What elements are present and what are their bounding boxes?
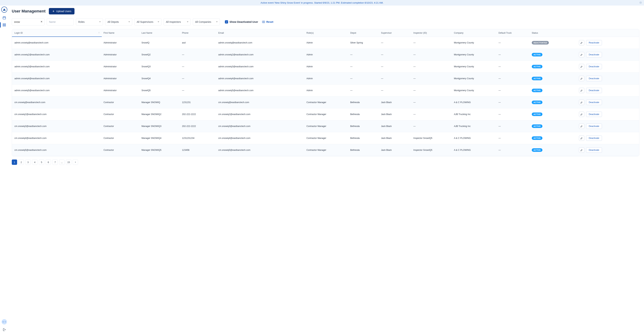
- table-row: cm.snowiq4@eastbanctech.comContractorMan…: [12, 132, 639, 144]
- status-badge: ACTIVE: [532, 136, 542, 140]
- edit-button[interactable]: [579, 124, 584, 129]
- edit-button[interactable]: [579, 88, 584, 93]
- edit-button[interactable]: [579, 40, 584, 45]
- edit-button[interactable]: [579, 100, 584, 105]
- actions-cell: Deactivate: [577, 120, 639, 132]
- deactivate-button[interactable]: Deactivate: [586, 52, 602, 57]
- table-cell: admin.snowiq5@eastbanctech.com: [12, 84, 102, 96]
- deactivate-button[interactable]: Deactivate: [586, 112, 602, 117]
- page-button[interactable]: 7: [52, 159, 58, 165]
- sidebar: S V: [0, 5, 8, 335]
- companies-label: All Companies: [195, 20, 211, 23]
- logout-icon[interactable]: [2, 328, 6, 332]
- column-header[interactable]: Depot: [348, 29, 379, 37]
- deactivate-button[interactable]: Deactivate: [586, 135, 602, 141]
- edit-button[interactable]: [579, 52, 584, 57]
- actions-cell: Deactivate: [577, 84, 639, 96]
- deactivate-button[interactable]: Deactivate: [586, 88, 602, 93]
- banner-close-icon[interactable]: [639, 1, 642, 4]
- table-cell: —: [379, 73, 412, 84]
- table-cell: admin.snowiq4@eastbanctech.com: [12, 73, 102, 84]
- table-cell: —: [412, 61, 452, 73]
- column-header[interactable]: Inspector (ID): [412, 29, 452, 37]
- table-row: admin.snowiq@eastbanctech.comAdministrat…: [12, 37, 639, 49]
- table-cell: Bethesda: [348, 96, 379, 108]
- table-cell: —: [379, 49, 412, 61]
- table-row: admin.snowiq5@eastbanctech.comAdministra…: [12, 84, 639, 96]
- pagination: 1234567...15: [12, 159, 639, 165]
- column-header[interactable]: Login ID: [12, 29, 102, 37]
- avatar-initials: S V: [2, 321, 6, 323]
- column-header[interactable]: Supervisor: [379, 29, 412, 37]
- column-header[interactable]: Role(s): [305, 29, 348, 37]
- deactivate-button[interactable]: Deactivate: [586, 76, 602, 81]
- table-cell: —: [180, 49, 216, 61]
- roles-select[interactable]: Roles: [76, 18, 103, 25]
- show-deactivated-checkbox[interactable]: [225, 20, 228, 23]
- sort-icon[interactable]: [98, 32, 100, 34]
- svg-rect-6: [5, 25, 6, 26]
- edit-button[interactable]: [579, 76, 584, 81]
- page-button[interactable]: 4: [32, 159, 38, 165]
- calendar-icon[interactable]: [2, 16, 6, 20]
- edit-button[interactable]: [579, 135, 584, 141]
- status-cell: ACTIVE: [530, 144, 577, 156]
- column-header[interactable]: Email: [216, 29, 305, 37]
- deactivate-button[interactable]: Deactivate: [586, 64, 602, 69]
- next-page-button[interactable]: [73, 159, 78, 165]
- table-cell: Contractor: [102, 144, 140, 156]
- reactivate-button[interactable]: Reactivate: [586, 40, 602, 45]
- search-input[interactable]: [12, 18, 44, 25]
- table-cell: —: [180, 73, 216, 84]
- page-button[interactable]: 2: [18, 159, 24, 165]
- edit-button[interactable]: [579, 64, 584, 69]
- column-header[interactable]: Last Name: [140, 29, 180, 37]
- page-button[interactable]: 15: [66, 159, 71, 165]
- table-cell: Admin: [305, 37, 348, 49]
- table-cell: Jack Black: [379, 132, 412, 144]
- column-header[interactable]: Status: [530, 29, 577, 37]
- supervisors-select[interactable]: All Supervisors: [134, 18, 162, 25]
- table-cell: Manager SNOWIQ: [140, 96, 180, 108]
- avatar[interactable]: S V: [2, 319, 7, 325]
- page-button[interactable]: 6: [46, 159, 51, 165]
- edit-button[interactable]: [579, 112, 584, 117]
- column-header[interactable]: First Name: [102, 29, 140, 37]
- page-button[interactable]: 1: [12, 159, 17, 165]
- dashboard-icon[interactable]: [2, 23, 6, 27]
- name-input[interactable]: [47, 18, 74, 25]
- page-button[interactable]: 5: [39, 159, 44, 165]
- actions-cell: Deactivate: [577, 132, 639, 144]
- edit-button[interactable]: [579, 147, 584, 153]
- column-header[interactable]: Default Truck: [497, 29, 530, 37]
- inspectors-select[interactable]: All Inspectors: [164, 18, 191, 25]
- table-cell: Montgomery County: [452, 73, 497, 84]
- deactivate-button[interactable]: Deactivate: [586, 100, 602, 105]
- companies-select[interactable]: All Companies: [193, 18, 220, 25]
- table-row: admin.snowiq4@eastbanctech.comAdministra…: [12, 73, 639, 84]
- table-cell: SnowIQ5: [140, 84, 180, 96]
- status-badge: ACTIVE: [532, 101, 542, 104]
- svg-rect-1: [4, 9, 5, 9]
- table-cell: —: [497, 96, 530, 108]
- table-cell: —: [412, 49, 452, 61]
- show-deactivated-label: Show Deactivated User: [230, 20, 258, 23]
- depots-select[interactable]: All Depots: [105, 18, 132, 25]
- column-header[interactable]: Company: [452, 29, 497, 37]
- upload-users-button[interactable]: Upload Users: [49, 8, 75, 14]
- table-cell: Administrator: [102, 84, 140, 96]
- table-cell: Manager SNOWIQ4: [140, 132, 180, 144]
- status-cell: ACTIVE: [530, 73, 577, 84]
- svg-rect-3: [3, 24, 4, 25]
- main-content: User Management Upload Users Roles Al: [8, 5, 644, 335]
- table-cell: Admin: [305, 49, 348, 61]
- reset-button[interactable]: Reset: [262, 20, 273, 23]
- table-cell: —: [497, 49, 530, 61]
- svg-rect-4: [5, 24, 6, 25]
- clear-search-icon[interactable]: [40, 20, 43, 23]
- page-button[interactable]: 3: [25, 159, 31, 165]
- table-cell: Contractor Manager: [305, 132, 348, 144]
- deactivate-button[interactable]: Deactivate: [586, 147, 602, 153]
- deactivate-button[interactable]: Deactivate: [586, 124, 602, 129]
- column-header[interactable]: Phone: [180, 29, 216, 37]
